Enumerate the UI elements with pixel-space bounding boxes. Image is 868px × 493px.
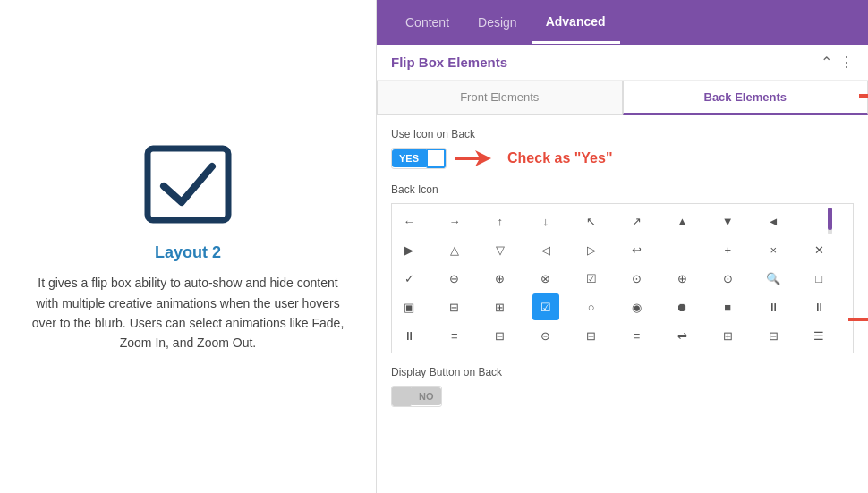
- display-button-toggle[interactable]: NO: [391, 386, 442, 407]
- toggle-thumb: [426, 149, 446, 168]
- icon-cell[interactable]: ○: [578, 293, 605, 320]
- icon-cell[interactable]: ↖: [578, 208, 605, 234]
- icon-cell[interactable]: ≡: [624, 322, 651, 349]
- display-button-label: Display Button on Back: [391, 366, 854, 378]
- icon-cell[interactable]: ←: [396, 208, 422, 234]
- use-icon-toggle-container: YES Check as "Yes": [391, 148, 854, 169]
- left-panel: Layout 2 It gives a flip box ability to …: [0, 0, 376, 493]
- icon-cell[interactable]: ⊟: [487, 322, 514, 349]
- icon-cell[interactable]: ↑: [487, 208, 514, 234]
- icon-cell[interactable]: ▣: [396, 293, 422, 320]
- icon-cell[interactable]: ⊝: [532, 322, 559, 349]
- icon-cell[interactable]: □: [805, 265, 832, 292]
- checkmark-icon: [139, 140, 237, 229]
- section-title: Flip Box Elements: [391, 55, 507, 70]
- icon-cell[interactable]: ↓: [532, 208, 559, 234]
- icon-cell[interactable]: ⊗: [532, 265, 559, 292]
- back-icon-label: Back Icon: [391, 183, 854, 196]
- icon-cell[interactable]: ▽: [487, 236, 514, 263]
- icon-cell[interactable]: ◄: [760, 208, 787, 234]
- icon-cell[interactable]: ▼: [714, 208, 741, 234]
- icon-cell[interactable]: –: [668, 236, 695, 263]
- display-button-section: Display Button on Back NO: [391, 366, 854, 407]
- content-area: Use Icon on Back YES Check as "Yes" Back…: [377, 115, 868, 493]
- toggle-no-thumb: [392, 387, 412, 406]
- icon-cell[interactable]: ⏸: [760, 293, 787, 320]
- icon-cell[interactable]: ◉: [624, 293, 651, 320]
- tab-back-elements[interactable]: Back Elements: [623, 81, 869, 115]
- layout-description: It gives a flip box ability to auto-show…: [27, 273, 349, 353]
- icon-cell[interactable]: [805, 208, 832, 234]
- icon-cell[interactable]: ⏸: [396, 322, 422, 349]
- tab-front-elements[interactable]: Front Elements: [377, 81, 623, 115]
- grid-row-arrow: [848, 309, 868, 334]
- check-annotation: Check as "Yes": [507, 150, 612, 166]
- tab-content[interactable]: Content: [391, 3, 464, 42]
- back-elements-arrow: [859, 84, 868, 113]
- icon-cell[interactable]: ⊟: [441, 293, 468, 320]
- icon-cell[interactable]: △: [441, 236, 468, 263]
- icon-grid: ← → ↑ ↓ ↖ ↗ ▲ ▼ ◄ ▶ △ ▽ ◁: [391, 203, 854, 353]
- icon-cell[interactable]: ×: [760, 236, 787, 263]
- section-header: Flip Box Elements ⌃ ⋮: [377, 45, 868, 81]
- icon-cell[interactable]: ✓: [396, 265, 422, 292]
- icon-cell-selected[interactable]: ☑: [532, 293, 559, 320]
- toggle-yes-label: YES: [392, 149, 426, 167]
- tab-design[interactable]: Design: [464, 3, 532, 42]
- icon-cell[interactable]: ☑: [578, 265, 605, 292]
- icon-grid-container: ← → ↑ ↓ ↖ ↗ ▲ ▼ ◄ ▶ △ ▽ ◁: [391, 203, 854, 353]
- header-tabs: Content Design Advanced: [377, 0, 868, 45]
- icon-cell[interactable]: ⊙: [714, 265, 741, 292]
- svg-rect-0: [148, 149, 228, 220]
- icon-cell[interactable]: ⊖: [441, 265, 468, 292]
- icon-cell[interactable]: +: [714, 236, 741, 263]
- icon-cell[interactable]: →: [441, 208, 468, 234]
- icon-cell[interactable]: ≡: [441, 322, 468, 349]
- icon-cell[interactable]: ☰: [805, 322, 832, 349]
- icon-cell[interactable]: ↩: [624, 236, 651, 263]
- icon-cell[interactable]: ■: [714, 293, 741, 320]
- icon-cell[interactable]: ⊞: [714, 322, 741, 349]
- icon-cell[interactable]: 🔍: [760, 265, 787, 292]
- icon-cell[interactable]: ▷: [578, 236, 605, 263]
- icon-cell[interactable]: ⏺: [668, 293, 695, 320]
- use-icon-arrow: [455, 149, 491, 168]
- svg-marker-2: [455, 150, 491, 166]
- icon-cell[interactable]: ⏸: [805, 293, 832, 320]
- layout-title: Layout 2: [155, 243, 221, 262]
- icon-cell[interactable]: ✕: [805, 236, 832, 263]
- icon-cell[interactable]: ⇌: [668, 322, 695, 349]
- section-controls: ⌃ ⋮: [821, 54, 854, 71]
- icon-cell[interactable]: ▶: [396, 236, 422, 263]
- icon-cell[interactable]: ⊙: [624, 265, 651, 292]
- use-icon-label: Use Icon on Back: [391, 128, 854, 140]
- right-panel: Content Design Advanced Flip Box Element…: [376, 0, 868, 493]
- icon-cell[interactable]: ↗: [624, 208, 651, 234]
- collapse-icon[interactable]: ⌃: [821, 54, 832, 71]
- use-icon-toggle[interactable]: YES: [391, 148, 447, 169]
- icon-cell[interactable]: ⊟: [578, 322, 605, 349]
- icon-cell[interactable]: ⊞: [487, 293, 514, 320]
- svg-marker-3: [848, 310, 868, 328]
- element-tabs: Front Elements Back Elements: [377, 81, 868, 115]
- icon-cell[interactable]: ⊟: [760, 322, 787, 349]
- more-icon[interactable]: ⋮: [839, 54, 854, 71]
- icon-cell[interactable]: ◁: [532, 236, 559, 263]
- icon-cell[interactable]: ▲: [668, 208, 695, 234]
- toggle-no-label: NO: [412, 387, 441, 405]
- tab-advanced[interactable]: Advanced: [532, 2, 620, 44]
- icon-cell[interactable]: ⊕: [668, 265, 695, 292]
- icon-cell[interactable]: ⊕: [487, 265, 514, 292]
- svg-marker-1: [859, 87, 868, 105]
